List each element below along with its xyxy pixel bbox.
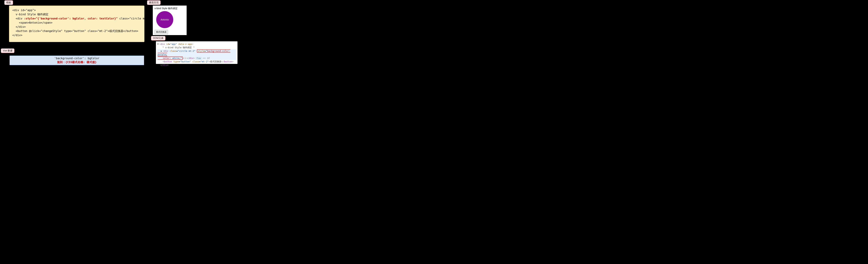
tag-vue-data: Vue 數據: [1, 49, 14, 53]
code-line-6: <button @click="changeStyle" type="butto…: [12, 29, 138, 33]
dom-line-button[interactable]: <button type="button" class="mt-2">樣式切換器…: [157, 60, 236, 63]
tag-render: 畫面呈現: [147, 0, 161, 5]
render-circle-text: Antonio: [161, 18, 169, 21]
tag-template: 模板: [4, 0, 13, 5]
code-line-7: </div>: [12, 33, 22, 37]
style-switch-button[interactable]: 樣式切換器: [155, 30, 168, 34]
code-line-3b: class="circle mt-2">: [118, 17, 153, 20]
selected-node-hint: == $0: [203, 57, 210, 59]
code-line-2: v-bind Style 物件綁定: [12, 13, 49, 16]
dom-line-close-div[interactable]: </div>: [157, 63, 236, 66]
expand-triangle-icon[interactable]: ▶: [161, 49, 163, 53]
expand-triangle-icon[interactable]: ▼: [157, 42, 159, 46]
tag-dom: DOM元素: [151, 36, 165, 40]
render-preview: v-bind Style 物件綁定 Antonio 樣式切換器: [153, 5, 187, 35]
render-circle: Antonio: [156, 11, 173, 28]
dom-line-circle-selected[interactable]: ▶<div class="circle mt-2" style="backgro…: [157, 49, 236, 60]
dom-line-text-node[interactable]: " v-bind Style 物件綁定 ": [157, 46, 236, 49]
dom-inspector: ▼<div id="app" data-v-app> " v-bind Styl…: [156, 41, 238, 64]
rule-line-2: 規則：{CSS樣式名稱: 樣式值}: [10, 60, 144, 64]
data-rule-block: 'background-color': bgColor 規則：{CSS樣式名稱:…: [9, 56, 144, 65]
code-line-3a: <div: [12, 17, 24, 20]
rule-line-1: 'background-color': bgColor: [10, 56, 144, 60]
dom-text-node-value: " v-bind Style 物件綁定 ": [162, 46, 195, 49]
code-line-1: <div id="app">: [12, 8, 36, 12]
code-line-3-highlight: :style="{'background-color': bgColor, co…: [24, 17, 118, 20]
code-line-4: <span>Antonio</span>: [12, 21, 53, 24]
template-code-block: <div id="app"> v-bind Style 物件綁定 <div :s…: [9, 5, 145, 42]
ellipsis-icon[interactable]: ⋯: [184, 57, 186, 60]
flex-pill: flex: [195, 57, 202, 60]
render-title: v-bind Style 物件綁定: [155, 7, 185, 10]
dom-line-div-app[interactable]: ▼<div id="app" data-v-app>: [157, 42, 236, 46]
code-line-5: </div>: [12, 25, 26, 28]
